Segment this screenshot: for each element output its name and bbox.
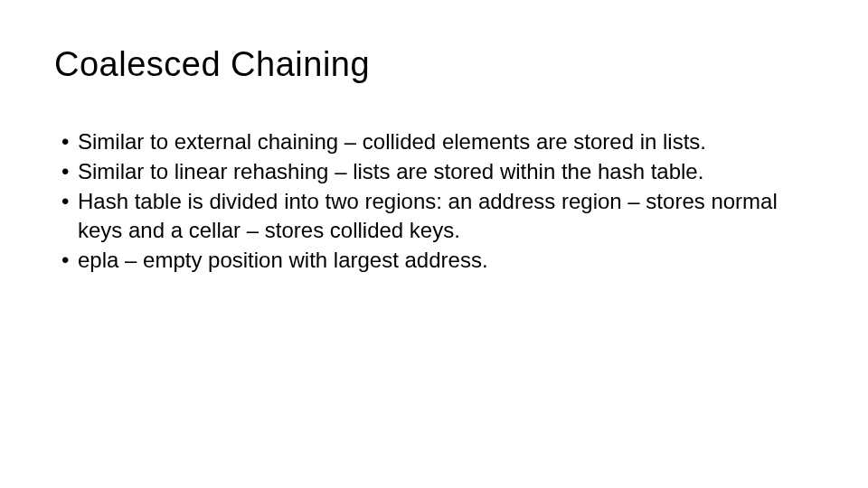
slide-bullet-list: Similar to external chaining – collided … <box>54 127 814 274</box>
slide-title: Coalesced Chaining <box>54 45 814 84</box>
list-item: epla – empty position with largest addre… <box>61 246 814 274</box>
list-item: Similar to linear rehashing – lists are … <box>61 157 814 185</box>
list-item: Hash table is divided into two regions: … <box>61 187 814 243</box>
list-item: Similar to external chaining – collided … <box>61 127 814 155</box>
